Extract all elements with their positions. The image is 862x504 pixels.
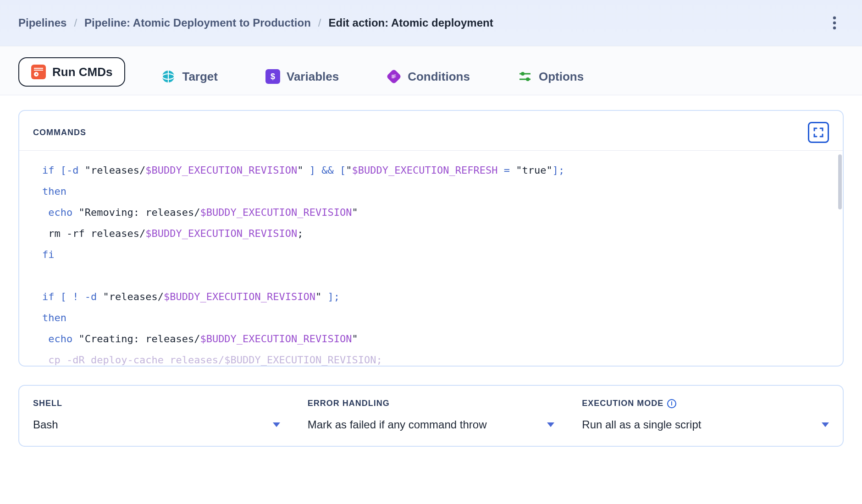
code-line: if [-d "releases/$BUDDY_EXECUTION_REVISI… (19, 160, 843, 181)
chevron-down-icon (822, 422, 829, 427)
shell-label: SHELL (33, 399, 280, 408)
code-line: echo "Removing: releases/$BUDDY_EXECUTIO… (19, 202, 843, 223)
execution-mode-setting: EXECUTION MODE i Run all as a single scr… (582, 399, 829, 431)
code-line: rm -rf releases/$BUDDY_EXECUTION_REVISIO… (19, 223, 843, 244)
tab-variables[interactable]: $Variables (254, 61, 351, 92)
code-line: if [ ! -d "releases/$BUDDY_EXECUTION_REV… (19, 286, 843, 307)
svg-text:IF: IF (392, 74, 396, 79)
error-handling-setting: ERROR HANDLING Mark as failed if any com… (308, 399, 555, 431)
execution-mode-label: EXECUTION MODE i (582, 399, 829, 408)
error-handling-dropdown[interactable]: Mark as failed if any command throw (308, 418, 555, 431)
expand-button[interactable] (808, 122, 829, 143)
tab-label: Run CMDs (52, 65, 112, 79)
svg-text:$: $ (271, 72, 275, 81)
svg-point-1 (833, 22, 836, 24)
info-icon[interactable]: i (667, 399, 676, 408)
tab-label: Target (182, 70, 218, 84)
tab-options[interactable]: Options (506, 61, 596, 92)
tab-target[interactable]: Target (149, 61, 230, 92)
chevron-down-icon (273, 422, 280, 427)
code-line: fi (19, 244, 843, 265)
breadcrumb: Pipelines / Pipeline: Atomic Deployment … (18, 16, 493, 29)
error-handling-value: Mark as failed if any command throw (308, 418, 542, 431)
svg-point-0 (833, 16, 836, 19)
content: COMMANDS if [-d "releases/$BUDDY_EXECUTI… (0, 95, 862, 461)
error-handling-label: ERROR HANDLING (308, 399, 555, 408)
shell-value: Bash (33, 418, 267, 431)
if-icon: IF (387, 69, 401, 84)
globe-icon (161, 69, 176, 84)
breadcrumb-pipelines[interactable]: Pipelines (18, 16, 66, 29)
svg-point-14 (526, 77, 530, 81)
more-vertical-icon (833, 16, 836, 30)
more-button[interactable] (825, 14, 844, 32)
page-header: Pipelines / Pipeline: Atomic Deployment … (0, 0, 862, 46)
expand-icon (813, 127, 824, 138)
sliders-icon (518, 69, 532, 84)
code-line: echo "Creating: releases/$BUDDY_EXECUTIO… (19, 329, 843, 350)
svg-rect-3 (31, 65, 46, 79)
commands-card: COMMANDS if [-d "releases/$BUDDY_EXECUTI… (18, 110, 844, 367)
svg-point-13 (521, 72, 525, 76)
svg-point-2 (833, 27, 836, 29)
terminal-icon (31, 65, 46, 79)
breadcrumb-separator: / (74, 16, 77, 29)
tab-label: Variables (287, 70, 339, 84)
tabs-bar: Run CMDsTarget$VariablesIFConditionsOpti… (0, 46, 862, 95)
code-editor[interactable]: if [-d "releases/$BUDDY_EXECUTION_REVISI… (19, 150, 843, 366)
settings-card: SHELL Bash ERROR HANDLING Mark as failed… (18, 385, 844, 447)
shell-setting: SHELL Bash (33, 399, 280, 431)
code-line: then (19, 181, 843, 202)
tab-run-cmds[interactable]: Run CMDs (18, 57, 125, 87)
dollar-icon: $ (265, 69, 280, 84)
tab-label: Options (539, 70, 584, 84)
tab-conditions[interactable]: IFConditions (375, 61, 482, 92)
tab-label: Conditions (408, 70, 470, 84)
code-line: then (19, 307, 843, 329)
code-line (19, 265, 843, 286)
commands-label: COMMANDS (33, 128, 86, 137)
chevron-down-icon (547, 422, 554, 427)
execution-mode-dropdown[interactable]: Run all as a single script (582, 418, 829, 431)
shell-dropdown[interactable]: Bash (33, 418, 280, 431)
breadcrumb-separator: / (318, 16, 321, 29)
scrollbar-thumb[interactable] (838, 154, 842, 209)
code-line: cp -dR deploy-cache releases/$BUDDY_EXEC… (19, 350, 843, 366)
breadcrumb-pipeline[interactable]: Pipeline: Atomic Deployment to Productio… (84, 16, 311, 29)
breadcrumb-current: Edit action: Atomic deployment (329, 16, 493, 29)
execution-mode-value: Run all as a single script (582, 418, 816, 431)
